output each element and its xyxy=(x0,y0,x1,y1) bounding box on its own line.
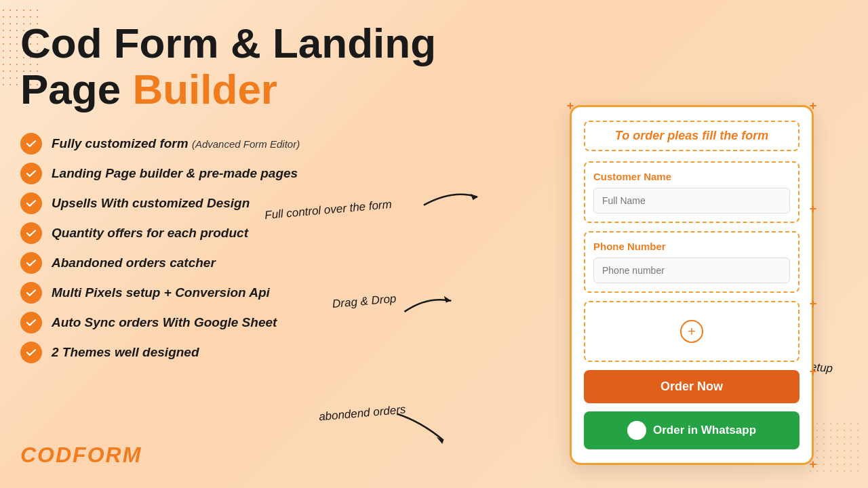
list-item: 2 Themes well designed xyxy=(20,342,495,363)
customer-name-section: Customer Name xyxy=(584,161,800,223)
list-item: Landing Page builder & pre-made pages xyxy=(20,163,495,184)
drop-zone[interactable]: + xyxy=(584,301,800,362)
phone-number-input[interactable] xyxy=(593,258,790,283)
check-icon xyxy=(20,312,42,333)
codform-logo: CODFORM xyxy=(20,443,142,468)
phone-number-label: Phone Number xyxy=(593,241,790,252)
plus-icon-topleft: + xyxy=(564,99,577,113)
form-title-box: To order pleas fill the form xyxy=(584,121,800,151)
feature-text: Upsells With customized Design xyxy=(52,196,250,211)
main-title: Cod Form & Landing Page Builder xyxy=(20,20,495,113)
plus-icon-midright3: + xyxy=(806,365,820,378)
check-icon xyxy=(20,222,42,244)
check-icon xyxy=(20,252,42,274)
customer-name-input[interactable] xyxy=(593,188,790,214)
list-item: Abandoned orders catcher xyxy=(20,252,495,274)
feature-text: Multi Pixels setup + Conversion Api xyxy=(52,285,270,300)
feature-text: Landing Page builder & pre-made pages xyxy=(52,166,298,181)
order-now-button[interactable]: Order Now xyxy=(584,370,800,403)
form-container: + + + + + + To order pleas fill the form… xyxy=(570,105,814,465)
feature-text: Auto Sync orders With Google Sheet xyxy=(52,315,277,330)
annotation-abandoned: abondend orders xyxy=(318,403,406,424)
title-part2: Builder xyxy=(132,66,277,113)
list-item: Quantity offers for each product xyxy=(20,222,495,244)
plus-icon-topright: + xyxy=(806,99,820,113)
check-icon xyxy=(20,282,42,304)
customer-name-label: Customer Name xyxy=(593,171,790,182)
plus-icon-midright1: + xyxy=(806,202,820,216)
check-icon xyxy=(20,133,42,155)
features-list: Fully customized form (Advanced Form Edi… xyxy=(20,133,495,363)
order-whatsapp-button[interactable]: Order in Whatsapp xyxy=(584,411,800,449)
check-icon xyxy=(20,342,42,363)
plus-icon-midright2: + xyxy=(806,297,820,310)
phone-number-section: Phone Number xyxy=(584,231,800,293)
svg-marker-0 xyxy=(471,193,478,201)
whatsapp-icon xyxy=(627,421,646,440)
whatsapp-button-label: Order in Whatsapp xyxy=(653,424,756,437)
check-icon xyxy=(20,192,42,214)
right-panel: + + + + + + To order pleas fill the form… xyxy=(570,105,814,465)
feature-text: Quantity offers for each product xyxy=(52,226,248,241)
feature-text: Abandoned orders catcher xyxy=(52,256,216,270)
plus-icon-bottomright: + xyxy=(806,458,820,471)
form-title: To order pleas fill the form xyxy=(615,129,768,142)
list-item: Fully customized form (Advanced Form Edi… xyxy=(20,133,495,155)
add-field-icon[interactable]: + xyxy=(680,320,703,343)
feature-text: 2 Themes well designed xyxy=(52,345,199,360)
feature-text: Fully customized form (Advanced Form Edi… xyxy=(52,136,300,151)
svg-marker-2 xyxy=(444,296,452,303)
check-icon xyxy=(20,163,42,184)
